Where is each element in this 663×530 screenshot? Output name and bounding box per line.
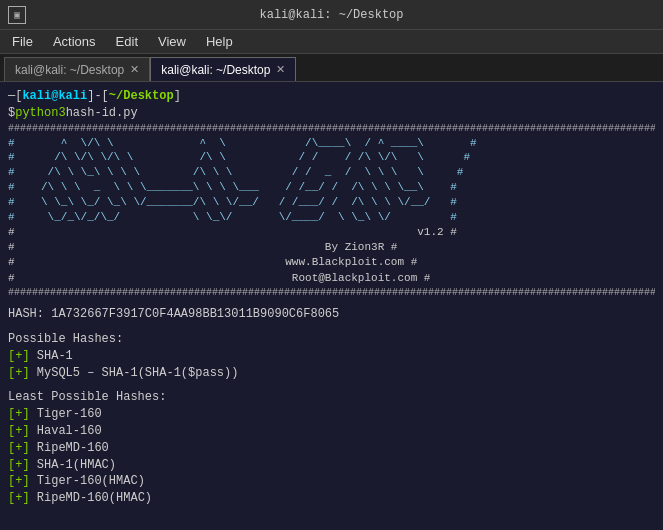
title-bar: ▣ kali@kali: ~/Desktop — [0, 0, 663, 30]
ascii-art-block: # ^ \/\ \ ^ \ /\____\ / ^ ____\ # # /\ \… — [8, 136, 655, 225]
least-hash-5: [+] RipeMD-160(HMAC) — [8, 490, 655, 507]
bracket-close: ] — [174, 88, 181, 105]
plus-icon-lp2: [+] — [8, 441, 30, 455]
possible-hash-0: [+] SHA-1 — [8, 348, 655, 365]
separator-top: ########################################… — [8, 122, 655, 136]
plus-icon-lp4: [+] — [8, 474, 30, 488]
tab-1-close[interactable]: ✕ — [130, 63, 139, 76]
plus-icon-lp1: [+] — [8, 424, 30, 438]
least-hash-4: [+] Tiger-160(HMAC) — [8, 473, 655, 490]
menu-file[interactable]: File — [4, 32, 41, 51]
menu-edit[interactable]: Edit — [108, 32, 146, 51]
tab-2-label: kali@kali: ~/Desktop — [161, 63, 270, 77]
tab-bar: kali@kali: ~/Desktop ✕ kali@kali: ~/Desk… — [0, 54, 663, 82]
menu-actions[interactable]: Actions — [45, 32, 104, 51]
website-line: # www.Blackploit.com # — [8, 255, 655, 270]
hash-output-section: HASH: 1A732667F3917C0F4AA98BB13011B9090C… — [8, 306, 655, 507]
terminal-area[interactable]: ─[kali@kali]-[~/Desktop] $ python3 hash-… — [0, 82, 663, 530]
cmd-arg: hash-id.py — [66, 105, 138, 122]
author-line: # By Zion3R # — [8, 240, 655, 255]
user-host: kali@kali — [22, 88, 87, 105]
version-line: # v1.2 # — [8, 225, 655, 240]
plus-icon-lp5: [+] — [8, 491, 30, 505]
tab-2-close[interactable]: ✕ — [276, 63, 285, 76]
least-possible-hashes-section: Least Possible Hashes: [+] Tiger-160 [+]… — [8, 389, 655, 507]
plus-icon-1: [+] — [8, 366, 30, 380]
menu-view[interactable]: View — [150, 32, 194, 51]
title-bar-left: ▣ — [8, 6, 34, 24]
least-hash-3: [+] SHA-1(HMAC) — [8, 457, 655, 474]
least-hash-0: [+] Tiger-160 — [8, 406, 655, 423]
possible-hash-1: [+] MySQL5 – SHA-1(SHA-1($pass)) — [8, 365, 655, 382]
tab-2[interactable]: kali@kali: ~/Desktop ✕ — [150, 57, 296, 81]
window-icon: ▣ — [8, 6, 26, 24]
menu-help[interactable]: Help — [198, 32, 241, 51]
possible-label: Possible Hashes: — [8, 331, 655, 348]
plus-icon-lp3: [+] — [8, 458, 30, 472]
tab-1-label: kali@kali: ~/Desktop — [15, 63, 124, 77]
bracket-dash-open: ─[ — [8, 88, 22, 105]
least-hash-1: [+] Haval-160 — [8, 423, 655, 440]
tab-1[interactable]: kali@kali: ~/Desktop ✕ — [4, 57, 150, 81]
least-hash-2: [+] RipeMD-160 — [8, 440, 655, 457]
prompt-dollar: $ — [8, 105, 15, 122]
prompt-line: ─[kali@kali]-[~/Desktop] — [8, 88, 655, 105]
command-line: $ python3 hash-id.py — [8, 105, 655, 122]
terminal-path: ~/Desktop — [109, 88, 174, 105]
possible-hashes-section: Possible Hashes: [+] SHA-1 [+] MySQL5 – … — [8, 331, 655, 381]
root-line: # Root@Blackploit.com # — [8, 271, 655, 286]
hash-label: HASH: 1A732667F3917C0F4AA98BB13011B9090C… — [8, 306, 655, 323]
cmd-python: python3 — [15, 105, 65, 122]
window-title: kali@kali: ~/Desktop — [259, 8, 403, 22]
bracket-dash-mid: ]-[ — [87, 88, 109, 105]
separator-bottom: ########################################… — [8, 286, 655, 300]
menu-bar: File Actions Edit View Help — [0, 30, 663, 54]
plus-icon-lp0: [+] — [8, 407, 30, 421]
least-possible-label: Least Possible Hashes: — [8, 389, 655, 406]
plus-icon-0: [+] — [8, 349, 30, 363]
